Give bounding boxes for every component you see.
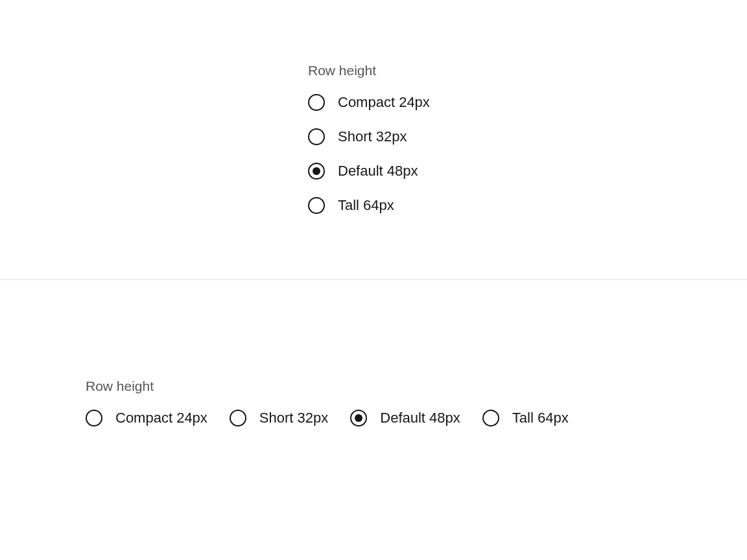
radio-option-default-48px[interactable]: Default 48px bbox=[350, 410, 460, 426]
radio-unchecked-icon bbox=[308, 128, 325, 145]
radio-checked-icon bbox=[308, 163, 325, 180]
radio-unchecked-icon bbox=[86, 410, 102, 426]
radio-option-short-32px[interactable]: Short 32px bbox=[308, 128, 747, 145]
radio-dot-icon bbox=[313, 167, 320, 175]
group-label-horizontal: Row height bbox=[86, 379, 747, 394]
section-horizontal-radio: Row height Compact 24px Short 32px Defau… bbox=[0, 280, 747, 560]
radio-unchecked-icon bbox=[482, 410, 499, 426]
radio-label: Default 48px bbox=[338, 163, 418, 180]
radio-label: Tall 64px bbox=[338, 197, 394, 214]
radio-option-tall-64px[interactable]: Tall 64px bbox=[482, 410, 569, 426]
radio-group-horizontal: Compact 24px Short 32px Default 48px Tal… bbox=[86, 410, 747, 426]
radio-group-vertical: Compact 24px Short 32px Default 48px Tal… bbox=[308, 94, 747, 214]
radio-option-default-48px[interactable]: Default 48px bbox=[308, 163, 747, 180]
radio-label: Compact 24px bbox=[115, 410, 208, 426]
radio-label: Short 32px bbox=[259, 410, 328, 426]
radio-unchecked-icon bbox=[230, 410, 246, 426]
radio-option-tall-64px[interactable]: Tall 64px bbox=[308, 197, 747, 214]
section-vertical-radio: Row height Compact 24px Short 32px Defau… bbox=[0, 0, 747, 280]
radio-unchecked-icon bbox=[308, 197, 325, 214]
radio-option-compact-24px[interactable]: Compact 24px bbox=[308, 94, 747, 111]
radio-label: Default 48px bbox=[380, 410, 460, 426]
radio-checked-icon bbox=[350, 410, 367, 426]
radio-label: Tall 64px bbox=[512, 410, 569, 426]
radio-label: Short 32px bbox=[338, 128, 407, 145]
radio-unchecked-icon bbox=[308, 94, 325, 111]
radio-option-compact-24px[interactable]: Compact 24px bbox=[86, 410, 208, 426]
radio-label: Compact 24px bbox=[338, 94, 430, 111]
radio-option-short-32px[interactable]: Short 32px bbox=[230, 410, 328, 426]
radio-dot-icon bbox=[355, 414, 362, 422]
group-label-vertical: Row height bbox=[308, 63, 747, 78]
